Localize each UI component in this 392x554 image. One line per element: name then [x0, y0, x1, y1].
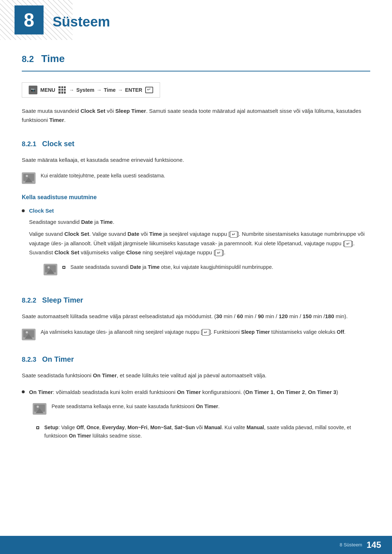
note-icon-1: [22, 172, 36, 184]
section-8-2-2-para: Saate automaatselt lülitada seadme välja…: [22, 312, 370, 321]
intro-paragraph: Saate muuta suvandeid Clock Set või Slee…: [22, 106, 370, 125]
svg-point-7: [48, 266, 50, 268]
arrow-2: →: [97, 86, 102, 94]
chapter-number-box: 8: [15, 5, 44, 34]
section-8-2-3-title: On Timer: [42, 353, 74, 365]
section-8-2-heading: 8.2 Time: [22, 51, 370, 71]
section-8-2-2-heading: 8.2.2 Sleep Timer: [22, 294, 370, 306]
menu-label: MENU: [40, 86, 55, 94]
bullet-clockset-sub1: Seadistage suvandid Date ja Time.: [29, 217, 370, 227]
enter-icon: ↵: [145, 87, 153, 93]
footer-page: 145: [367, 538, 381, 552]
section-8-2-1-heading: 8.2.1 Clock set: [22, 138, 370, 149]
section-8-2-2-num: 8.2.2: [22, 295, 36, 306]
svg-point-15: [37, 406, 39, 408]
enter-inline-2: ↵: [344, 241, 352, 247]
note-icon-2: [44, 264, 57, 275]
enter-inline-3: ↵: [215, 250, 222, 256]
svg-point-11: [26, 331, 28, 333]
footer-label: 8 Süsteem: [340, 541, 362, 549]
menu-path: 📷 MENU → System → Time → ENTER ↵: [22, 82, 160, 98]
note-icon-3: [22, 329, 36, 340]
menu-time: Time: [104, 86, 115, 94]
menu-enter-label: ENTER: [125, 86, 142, 94]
section-8-2-1-title: Clock set: [42, 138, 74, 149]
bullet-dot: [22, 209, 25, 212]
menu-grid-icon: [58, 86, 66, 94]
arrow-3: →: [118, 86, 123, 94]
section-8-2-3-num: 8.2.3: [22, 354, 36, 365]
note-box-2: Saate seadistada suvandi Date ja Time ot…: [44, 263, 370, 275]
section-8-2-title: Time: [41, 51, 65, 67]
bullet-clockset: Clock Set Seadistage suvandid Date ja Ti…: [22, 206, 370, 281]
section-8-2-1-para: Saate määrata kellaaja, et kasutada sead…: [22, 155, 370, 165]
bullet-content: Clock Set Seadistage suvandid Date ja Ti…: [29, 206, 370, 281]
bullet-ontimer-text: On Timer: võimaldab seadistada kuni kolm…: [29, 387, 370, 397]
square-setup-text: Setup: Valige Off, Once, Everyday, Mon~F…: [44, 423, 370, 440]
main-content: 8.2 Time 📷 MENU → System → Time → ENTER …: [0, 51, 392, 476]
menu-system: System: [76, 86, 94, 94]
svg-point-3: [26, 175, 28, 177]
note-box-4: Peate seadistama kellaaja enne, kui saat…: [33, 402, 370, 415]
bullet-ontimer: On Timer: võimaldab seadistada kuni kolm…: [22, 387, 370, 443]
square-note: Saate seadistada suvandi Date ja Time ot…: [62, 263, 273, 271]
square-setup: Setup: Valige Off, Once, Everyday, Mon~F…: [36, 423, 370, 440]
bullet-ontimer-content: On Timer: võimaldab seadistada kuni kolm…: [29, 387, 370, 443]
inner-heading-kella: Kella seadistuse muutmine: [22, 193, 370, 202]
chapter-number: 8: [24, 11, 34, 29]
enter-inline-4: ↵: [202, 329, 209, 336]
chapter-title: Süsteem: [53, 11, 110, 33]
square-dot-1: [62, 266, 65, 269]
note-box-3: Aja valimiseks kasutage üles- ja allanoo…: [22, 328, 370, 340]
menu-remote-icon: 📷: [29, 86, 37, 94]
section-8-2-3-heading: 8.2.3 On Timer: [22, 353, 370, 365]
page-header: 8 Süsteem: [0, 0, 392, 40]
arrow-1: →: [69, 86, 74, 94]
note-text-4: Peate seadistama kellaaja enne, kui saat…: [52, 402, 220, 410]
note-icon-4: [33, 403, 46, 415]
note-text-1: Kui eraldate toitejuhtme, peate kella uu…: [41, 172, 165, 180]
page-footer: 8 Süsteem 145: [0, 536, 392, 554]
square-note-text: Saate seadistada suvandi Date ja Time ot…: [70, 263, 273, 271]
square-dot-2: [36, 426, 39, 429]
note-text-3: Aja valimiseks kasutage üles- ja allanoo…: [41, 328, 346, 336]
section-8-2-num: 8.2: [22, 52, 34, 66]
note-box-1: Kui eraldate toitejuhtme, peate kella uu…: [22, 172, 370, 184]
bullet-dot-2: [22, 390, 25, 393]
section-8-2-2-title: Sleep Timer: [42, 294, 83, 306]
section-8-2-3-para: Saate seadistada funktsiooni On Timer, e…: [22, 371, 370, 380]
bullet-clockset-sub2: Valige suvand Clock Set. Valige suvand D…: [29, 229, 370, 257]
bullet-clockset-label: Clock Set: [29, 206, 370, 215]
section-8-2-1-num: 8.2.1: [22, 139, 36, 149]
enter-inline-1: ↵: [230, 231, 237, 238]
